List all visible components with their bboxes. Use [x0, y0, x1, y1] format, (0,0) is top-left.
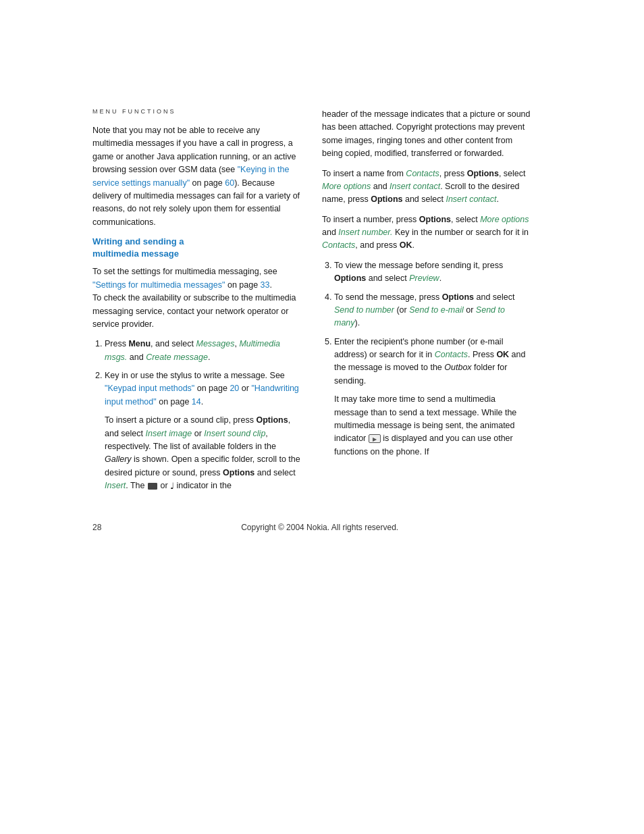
outbox-italic: Outbox: [444, 363, 471, 372]
settings-link[interactable]: "Settings for multimedia messages": [92, 280, 225, 290]
footer: 28 Copyright © 2004 Nokia. All rights re…: [92, 519, 552, 532]
options-bold-2: Options: [223, 468, 254, 477]
gallery-italic: Gallery: [105, 454, 132, 464]
page: Menu functions Note that you may not be …: [0, 0, 644, 834]
options-bold-5: Options: [419, 215, 451, 224]
contacts-italic-3: Contacts: [435, 350, 468, 359]
insert-image-link: Insert image: [145, 429, 192, 438]
keypad-input-link[interactable]: "Keypad input methods": [105, 384, 194, 393]
step-2: Key in or use the stylus to write a mess…: [105, 369, 302, 493]
more-options-link: More options: [322, 182, 371, 191]
continuation-para: header of the message indicates that a p…: [322, 108, 531, 161]
insert-contact-link-1: Insert contact: [390, 182, 440, 191]
insert-number-link: Insert number.: [338, 228, 392, 237]
page-60-link[interactable]: 60: [225, 178, 234, 188]
left-column: Menu functions Note that you may not be …: [92, 108, 302, 498]
section-header: Menu functions: [92, 108, 302, 115]
intro-paragraph: Note that you may not be able to receive…: [92, 124, 302, 229]
options-bold-6: Options: [334, 273, 366, 283]
step-3: To view the message before sending it, p…: [334, 259, 531, 286]
step-4: To send the message, press Options and s…: [334, 291, 531, 330]
writing-sending-title: Writing and sending amultimedia message: [92, 236, 302, 260]
insert-name-para: To insert a name from Contacts, press Op…: [322, 167, 531, 207]
send-to-email-link: Send to e-mail: [409, 305, 464, 315]
preview-link: Preview: [409, 273, 439, 283]
contacts-link-1: Contacts: [406, 169, 439, 178]
insert-contact-link-2: Insert contact: [446, 194, 496, 204]
animated-indicator-icon: ▶: [369, 434, 381, 443]
more-options-link-2: More options: [480, 215, 529, 224]
options-bold-3: Options: [467, 169, 499, 178]
options-bold-4: Options: [371, 194, 402, 204]
page-number: 28: [92, 523, 101, 532]
create-message-link[interactable]: Create message: [146, 353, 208, 362]
options-bold-7: Options: [442, 292, 474, 302]
page-14-link[interactable]: 14: [192, 397, 201, 407]
steps-list-right: To view the message before sending it, p…: [322, 259, 531, 459]
ok-bold-2: OK: [496, 350, 509, 359]
step-1: Press Menu, and select Messages, Multime…: [105, 338, 302, 364]
contacts-italic-2: Contacts: [322, 240, 355, 250]
right-column: header of the message indicates that a p…: [322, 108, 531, 498]
step-5: Enter the recipient's phone number (or e…: [334, 336, 531, 459]
steps-list-left: Press Menu, and select Messages, Multime…: [92, 338, 302, 493]
page-33-link[interactable]: 33: [261, 280, 270, 290]
insert-number-para: To insert a number, press Options, selec…: [322, 213, 531, 253]
step-2-sub: To insert a picture or a sound clip, pre…: [105, 414, 302, 493]
insert-italic: Insert: [105, 481, 126, 490]
messages-link[interactable]: Messages: [196, 339, 234, 348]
content-area: Menu functions Note that you may not be …: [92, 108, 552, 498]
page-20-link[interactable]: 20: [230, 384, 239, 393]
footer-copyright: Copyright © 2004 Nokia. All rights reser…: [101, 523, 538, 532]
music-icon: ♩: [170, 481, 174, 491]
send-to-number-link: Send to number: [334, 305, 394, 315]
service-settings-link[interactable]: "Keying in the service settings manually…: [92, 165, 289, 187]
insert-sound-link: Insert sound clip: [204, 429, 265, 438]
image-icon: [148, 483, 157, 490]
options-bold-1: Options: [256, 415, 288, 425]
ok-bold-1: OK: [400, 240, 412, 250]
menu-bold: Menu: [128, 339, 151, 348]
settings-intro: To set the settings for multimedia messa…: [92, 265, 302, 331]
step-5-sub: It may take more time to send a multimed…: [334, 393, 531, 459]
